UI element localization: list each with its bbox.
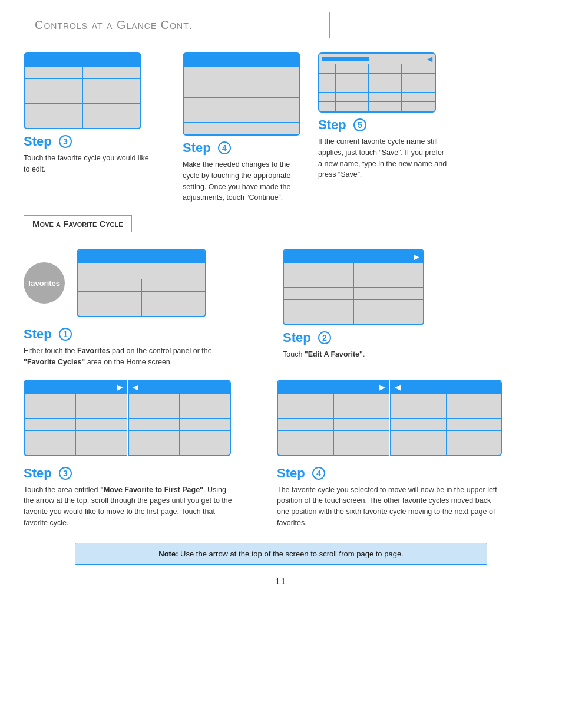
note-box: Note: Use the arrow at the top of the sc…: [75, 543, 487, 565]
step-m3-screens: ▶ ◀: [24, 380, 231, 461]
step-m4-col: ▶ ◀: [277, 380, 524, 529]
step-m2-col: ▶ Step 2 Touch "Edit A Favorite".: [283, 249, 436, 360]
step3-heading: Step 3: [24, 134, 72, 149]
step5-text: If the current favorite cycle name still…: [318, 136, 448, 180]
step-m4-screen-left: ▶: [277, 380, 389, 456]
step5-heading: Step 5: [318, 117, 366, 133]
page-header: Controls at a Glance Cont.: [24, 12, 330, 38]
step-m3-heading: Step 3: [24, 466, 72, 481]
move-section: favorites Step 1 Either touch the F: [24, 249, 538, 529]
step4-heading: Step 4: [183, 140, 231, 156]
step-m2-text: Touch "Edit A Favorite".: [283, 349, 365, 360]
page-title: Controls at a Glance Cont.: [35, 18, 319, 32]
step-m4-heading: Step 4: [277, 466, 325, 481]
step-m2-screen: ▶: [283, 249, 424, 325]
top-steps-row: Step 3 Touch the favorite cycle you woul…: [24, 52, 538, 203]
step-4-col: Step 4 Make the needed changes to the cy…: [183, 52, 300, 203]
step-m4-screen-right: ◀: [390, 380, 502, 456]
step-m3-text: Touch the area entitled "Move Favorite t…: [24, 485, 236, 529]
step-m3-screen-right: ◀: [128, 380, 231, 456]
page-number: 11: [24, 577, 538, 586]
favorites-button[interactable]: favorites: [24, 262, 65, 304]
step3-screen: [24, 52, 141, 129]
move-steps-12-row: favorites Step 1 Either touch the F: [24, 249, 538, 368]
step-m1-screen: [77, 249, 206, 317]
step-m1-text: Either touch the Favorites pad on the co…: [24, 345, 224, 368]
move-steps-34-row: ▶ ◀: [24, 380, 538, 529]
step-3-col: Step 3 Touch the favorite cycle you woul…: [24, 52, 165, 175]
step3-text: Touch the favorite cycle you would like …: [24, 153, 153, 175]
step-5-col: ◀ Step 5 If the current favorite cycle n…: [318, 52, 471, 180]
step-m4-screens: ▶ ◀: [277, 380, 502, 461]
step-m3-col: ▶ ◀: [24, 380, 259, 529]
step-m2-heading: Step 2: [283, 330, 331, 345]
step4-screen: [183, 52, 300, 136]
step-m1-heading: Step 1: [24, 327, 72, 342]
note-label: Note:: [158, 549, 178, 558]
step-m1-col: favorites Step 1 Either touch the F: [24, 249, 247, 368]
step4-text: Make the needed changes to the cycle by …: [183, 159, 300, 203]
step-m4-text: The favorite cycle you selected to move …: [277, 485, 501, 529]
step-m3-screen-left: ▶: [24, 380, 127, 456]
step5-screen: ◀: [318, 52, 436, 113]
section-title-move: Move a Favorite Cycle: [24, 215, 132, 232]
note-text: Use the arrow at the top of the screen t…: [178, 549, 403, 558]
